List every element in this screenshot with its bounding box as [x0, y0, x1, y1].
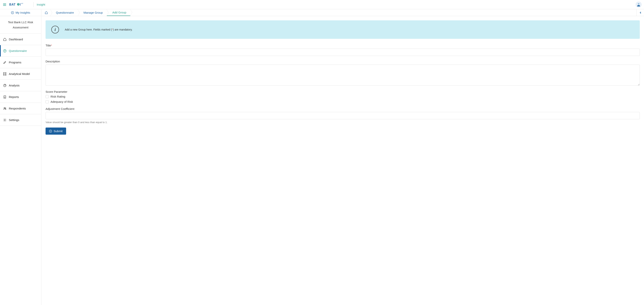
title-label: Title* [46, 44, 640, 47]
sidebar-item-analytical-model[interactable]: Analytical Model [0, 68, 41, 80]
pie-chart-icon [3, 84, 6, 87]
info-banner-text: Add a new Group here. Fields marked (*) … [65, 28, 132, 31]
pen-icon [3, 61, 6, 64]
svg-point-19 [49, 130, 52, 132]
info-banner: i Add a new Group here. Fields marked (*… [46, 20, 640, 39]
info-text-before: Add a new Group here. Fields marked ( [65, 28, 112, 31]
sidebar-item-label: Reports [9, 95, 19, 98]
breadcrumb-add-group[interactable]: Add Group [107, 9, 130, 16]
collapse-panel-button[interactable] [636, 9, 644, 16]
submit-button[interactable]: Submit [46, 128, 66, 135]
file-chart-icon [3, 95, 6, 99]
form-group-title: Title* [46, 44, 640, 56]
risk-rating-checkbox[interactable] [46, 95, 48, 98]
header-divider [34, 2, 34, 7]
sidebar-item-label: Dashboard [9, 38, 23, 41]
score-parameter-label: Score Parameter [46, 90, 640, 93]
sidebar: My Insights Test Bank LLC Risk Assessmen… [0, 9, 41, 305]
svg-text:®: ® [22, 3, 23, 4]
nodes-icon [3, 72, 6, 76]
breadcrumb-manage-group[interactable]: Manage Group [78, 9, 107, 16]
home-icon [45, 11, 48, 14]
info-text-after: ) are mandatory. [113, 28, 132, 31]
my-insights-label: My Insights [16, 11, 30, 14]
info-icon: i [51, 26, 59, 33]
sidebar-item-label: Settings [9, 118, 19, 122]
sidebar-item-settings[interactable]: Settings [0, 114, 41, 126]
description-textarea[interactable] [46, 64, 640, 86]
sidebar-item-label: Analysis [9, 84, 20, 87]
submit-label: Submit [54, 129, 63, 133]
form-container: i Add a new Group here. Fields marked (*… [41, 16, 644, 139]
brand-logo[interactable]: BAT I ® [9, 2, 30, 7]
sidebar-item-programs[interactable]: Programs [0, 57, 41, 68]
svg-point-6 [638, 3, 639, 4]
sidebar-item-analysis[interactable]: Analysis [0, 80, 41, 91]
adjustment-help-text: Value should be greater than 0 and less … [46, 121, 640, 124]
adequacy-label: Adequacy of Risk [50, 100, 73, 103]
breadcrumb-bar: Questionnaire Manage Group Add Group [41, 9, 644, 16]
sidebar-item-dashboard[interactable]: Dashboard [0, 34, 41, 45]
sidebar-item-reports[interactable]: Reports [0, 91, 41, 103]
sidebar-item-label: Respondents [9, 107, 26, 110]
sidebar-item-respondents[interactable]: Respondents [0, 103, 41, 114]
svg-text:I: I [20, 3, 20, 6]
checkbox-row-adequacy: Adequacy of Risk [46, 100, 640, 103]
top-header-left: BAT I ® Insight [2, 2, 45, 7]
breadcrumb-home[interactable] [41, 9, 50, 16]
arrow-left-circle-icon [11, 11, 14, 14]
form-group-description: Description [46, 60, 640, 86]
svg-point-17 [5, 108, 6, 108]
checkbox-row-risk-rating: Risk Rating [46, 95, 640, 98]
adjustment-label: Adjustment Coefficient [46, 107, 640, 110]
user-avatar[interactable] [636, 1, 642, 8]
title-label-text: Title [46, 44, 51, 47]
breadcrumb-label: Manage Group [84, 11, 102, 14]
svg-point-9 [4, 51, 5, 52]
svg-point-7 [11, 11, 14, 14]
description-label: Description [46, 60, 640, 63]
breadcrumb-label: Add Group [112, 11, 126, 14]
form-group-score-parameter: Score Parameter Risk Rating Adequacy of … [46, 90, 640, 103]
breadcrumb-label: Questionnaire [56, 11, 74, 14]
svg-rect-13 [6, 74, 6, 75]
user-icon [636, 2, 641, 7]
breadcrumb-questionnaire[interactable]: Questionnaire [50, 9, 78, 16]
triangle-left-icon [639, 11, 642, 14]
sidebar-item-label: Analytical Model [9, 72, 30, 75]
users-icon [3, 107, 6, 110]
svg-rect-11 [6, 73, 6, 73]
form-group-adjustment: Adjustment Coefficient Value should be g… [46, 107, 640, 124]
sidebar-item-label: Questionnaire [9, 49, 27, 52]
risk-rating-label: Risk Rating [50, 95, 65, 98]
adequacy-checkbox[interactable] [46, 100, 48, 103]
app-section-name[interactable]: Insight [37, 3, 45, 6]
hamburger-menu-icon[interactable] [2, 2, 7, 7]
svg-point-3 [21, 3, 22, 4]
content-area: Questionnaire Manage Group Add Group i A [41, 9, 644, 305]
svg-point-18 [4, 119, 6, 120]
my-insights-link[interactable]: My Insights [0, 9, 41, 16]
svg-text:BAT: BAT [9, 3, 16, 6]
project-title: Test Bank LLC Risk Assessment [0, 16, 41, 34]
gear-icon [3, 118, 6, 122]
breadcrumbs: Questionnaire Manage Group Add Group [41, 9, 130, 16]
svg-point-16 [4, 107, 5, 108]
question-circle-icon [3, 49, 6, 53]
sidebar-item-questionnaire[interactable]: Questionnaire [0, 45, 41, 57]
arrow-right-circle-icon [49, 130, 52, 133]
home-icon [3, 38, 6, 41]
top-header: BAT I ® Insight [0, 0, 644, 9]
adjustment-input[interactable] [46, 112, 640, 119]
sidebar-item-label: Programs [9, 61, 21, 64]
title-input[interactable] [46, 49, 640, 56]
svg-rect-12 [4, 74, 4, 75]
svg-rect-10 [4, 73, 4, 73]
